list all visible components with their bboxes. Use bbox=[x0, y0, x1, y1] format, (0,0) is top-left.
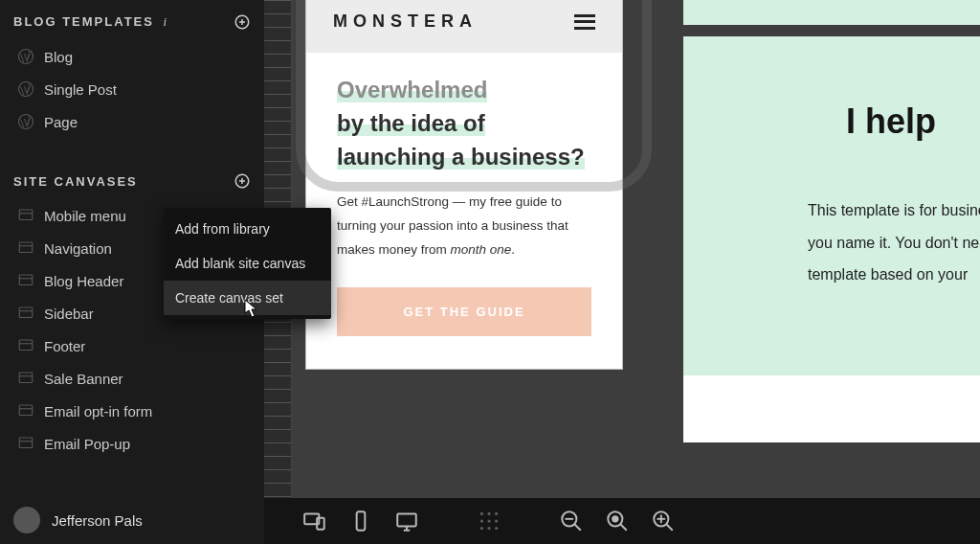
sidebar: BLOG TEMPLATES i Blog Single Post Page bbox=[0, 0, 264, 544]
svg-point-34 bbox=[480, 519, 483, 522]
hamburger-icon[interactable] bbox=[574, 14, 595, 30]
user-name: Jefferson Pals bbox=[52, 512, 143, 529]
workspace: MONSTERA Overwhelmed by the idea of laun… bbox=[264, 0, 980, 544]
pane2-foot bbox=[683, 375, 980, 442]
sidebar-item-label: Sale Banner bbox=[44, 371, 123, 387]
add-blog-template-button[interactable] bbox=[234, 13, 251, 31]
mobile-header: MONSTERA bbox=[306, 0, 622, 53]
zoom-out-icon[interactable] bbox=[559, 509, 584, 533]
canvases[interactable]: MONSTERA Overwhelmed by the idea of laun… bbox=[293, 0, 980, 498]
sidebar-item-email-popup[interactable]: Email Pop-up bbox=[13, 427, 251, 460]
zoom-reset-icon[interactable] bbox=[605, 509, 630, 533]
svg-rect-9 bbox=[19, 210, 33, 220]
svg-point-38 bbox=[487, 527, 490, 530]
hero-heading-rest: by the idea of launching a business? bbox=[337, 110, 585, 170]
sidebar-item-label: Email opt-in form bbox=[44, 403, 152, 419]
sidebar-item-label: Blog bbox=[44, 49, 73, 65]
sidebar-item-label: Sidebar bbox=[44, 306, 94, 322]
info-icon[interactable]: i bbox=[164, 14, 169, 29]
svg-point-36 bbox=[495, 519, 498, 522]
svg-point-3 bbox=[19, 50, 33, 64]
pane2-strip bbox=[683, 0, 980, 25]
canvas-desktop[interactable]: I help This template is for business own… bbox=[683, 0, 980, 442]
svg-point-39 bbox=[495, 527, 498, 530]
hero-paragraph: Get #LaunchStrong — my free guide to tur… bbox=[337, 191, 591, 262]
svg-rect-17 bbox=[19, 340, 33, 351]
sidebar-item-label: Email Pop-up bbox=[44, 436, 130, 452]
section-blog-templates: BLOG TEMPLATES i Blog Single Post Page bbox=[0, 0, 264, 142]
sidebar-item-page[interactable]: Page bbox=[13, 105, 251, 138]
para-suffix: . bbox=[511, 242, 515, 257]
svg-line-41 bbox=[574, 524, 581, 531]
canvas-icon bbox=[17, 272, 34, 289]
svg-point-31 bbox=[480, 512, 483, 515]
svg-point-33 bbox=[495, 512, 498, 515]
section-header-site-canvases: SITE CANVASES bbox=[13, 169, 251, 199]
canvas-icon bbox=[17, 402, 34, 419]
ctx-add-from-library[interactable]: Add from library bbox=[164, 212, 331, 246]
bottom-toolbar bbox=[264, 498, 980, 544]
cursor-pointer-icon bbox=[243, 298, 260, 323]
section-title: BLOG TEMPLATES bbox=[13, 14, 154, 29]
logo: MONSTERA bbox=[333, 11, 478, 32]
sidebar-item-label: Single Post bbox=[44, 81, 117, 98]
grid-icon[interactable] bbox=[477, 509, 501, 533]
wordpress-icon bbox=[17, 113, 34, 130]
sidebar-item-label: Blog Header bbox=[44, 273, 123, 289]
ctx-add-blank-canvas[interactable]: Add blank site canvas bbox=[164, 246, 331, 281]
add-site-canvas-button[interactable] bbox=[234, 172, 251, 190]
user-footer[interactable]: Jefferson Pals bbox=[0, 496, 264, 544]
devices-icon[interactable] bbox=[302, 509, 327, 533]
svg-rect-19 bbox=[19, 373, 33, 383]
para-italic: month one bbox=[451, 242, 512, 257]
svg-rect-23 bbox=[19, 438, 33, 448]
svg-point-32 bbox=[487, 512, 490, 515]
sidebar-item-email-optin[interactable]: Email opt-in form bbox=[13, 395, 251, 427]
phone-icon[interactable] bbox=[348, 509, 373, 533]
svg-point-45 bbox=[612, 516, 617, 521]
canvas-icon bbox=[17, 370, 34, 387]
hero-heading-line1: Overwhelmed bbox=[337, 77, 487, 102]
sidebar-item-label: Page bbox=[44, 114, 78, 130]
pane2-heading: I help bbox=[846, 102, 980, 142]
sidebar-item-footer[interactable]: Footer bbox=[13, 329, 251, 362]
section-title: SITE CANVASES bbox=[13, 174, 138, 189]
canvas-icon bbox=[17, 337, 34, 354]
canvas-icon bbox=[17, 239, 34, 257]
svg-rect-13 bbox=[19, 275, 33, 285]
sidebar-item-single-post[interactable]: Single Post bbox=[13, 73, 251, 105]
sidebar-item-label: Mobile menu bbox=[44, 208, 126, 224]
svg-rect-28 bbox=[397, 513, 416, 526]
pane2-body: I help This template is for business own… bbox=[683, 36, 980, 375]
canvas-icon bbox=[17, 207, 34, 224]
canvas-icon bbox=[17, 435, 34, 452]
canvas-mobile[interactable]: MONSTERA Overwhelmed by the idea of laun… bbox=[306, 0, 622, 369]
sidebar-item-label: Navigation bbox=[44, 240, 112, 257]
svg-line-44 bbox=[620, 524, 627, 531]
sidebar-item-blog[interactable]: Blog bbox=[13, 40, 251, 73]
sidebar-item-sale-banner[interactable]: Sale Banner bbox=[13, 362, 251, 395]
svg-point-4 bbox=[19, 82, 33, 97]
svg-point-5 bbox=[19, 115, 33, 129]
section-header-blog-templates: BLOG TEMPLATES i bbox=[13, 10, 251, 40]
wordpress-icon bbox=[17, 80, 34, 98]
svg-point-37 bbox=[480, 527, 483, 530]
svg-line-47 bbox=[666, 524, 673, 531]
app-root: BLOG TEMPLATES i Blog Single Post Page bbox=[0, 0, 980, 544]
svg-rect-11 bbox=[19, 242, 33, 253]
zoom-in-icon[interactable] bbox=[651, 509, 676, 533]
canvas-icon bbox=[17, 305, 34, 322]
wordpress-icon bbox=[17, 48, 34, 65]
svg-rect-21 bbox=[19, 405, 33, 416]
svg-point-35 bbox=[487, 519, 490, 522]
pane2-body-text: This template is for business owners and… bbox=[808, 194, 980, 291]
svg-rect-15 bbox=[19, 307, 33, 318]
svg-rect-27 bbox=[357, 511, 366, 531]
desktop-icon[interactable] bbox=[394, 509, 419, 533]
avatar bbox=[13, 507, 40, 533]
hero-heading: Overwhelmed by the idea of launching a b… bbox=[337, 74, 591, 173]
sidebar-item-label: Footer bbox=[44, 338, 85, 354]
cta-button[interactable]: GET THE GUIDE bbox=[337, 287, 591, 336]
